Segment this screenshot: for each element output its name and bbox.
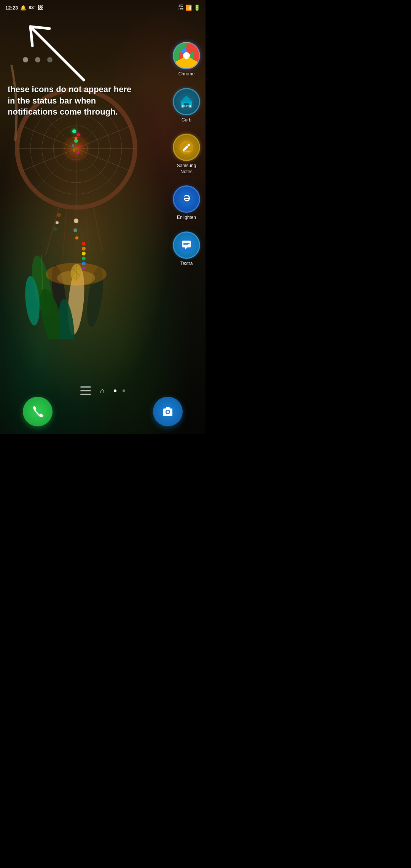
textra-icon (173, 231, 200, 259)
app-icons-column: Chrome CURB Curb SamsungNo (173, 42, 200, 267)
battery-icon: 🔋 (194, 5, 200, 11)
glow-dot-2 (77, 133, 80, 136)
curb-label: Curb (182, 117, 191, 123)
arrow-annotation (19, 15, 95, 91)
svg-point-18 (74, 139, 78, 143)
temperature-display: 83° (29, 5, 35, 10)
svg-point-73 (167, 411, 169, 413)
app-enlighten[interactable]: Ə Enlighten (173, 185, 200, 221)
svg-marker-61 (180, 96, 193, 102)
svg-point-22 (72, 144, 74, 147)
svg-point-43 (82, 247, 86, 251)
svg-line-23 (46, 207, 59, 255)
svg-line-24 (63, 207, 67, 259)
signal-icon: 📶 (185, 5, 192, 11)
chrome-icon (173, 42, 200, 69)
page-dot-1 (114, 389, 116, 392)
page-position-dots (23, 57, 53, 62)
bottom-dock (0, 397, 206, 426)
camera-button[interactable] (153, 397, 183, 426)
svg-point-20 (73, 149, 75, 152)
svg-point-32 (73, 228, 77, 232)
bottom-nav-bar: ⌂ (0, 385, 206, 396)
status-left: 12:23 🔔 83° 🖼 (5, 5, 43, 11)
app-curb[interactable]: CURB Curb (173, 88, 200, 123)
svg-point-19 (78, 145, 81, 148)
textra-label: Textra (180, 261, 193, 267)
enlighten-label: Enlighten (177, 215, 196, 221)
svg-point-21 (76, 151, 80, 154)
status-bar: 12:23 🔔 83° 🖼 4GLTE 📶 🔋 (0, 0, 206, 15)
chrome-label: Chrome (178, 71, 195, 77)
svg-point-44 (82, 252, 86, 255)
phone-button[interactable] (23, 397, 53, 426)
svg-point-30 (53, 227, 57, 231)
status-right: 4GLTE 📶 🔋 (178, 4, 200, 11)
nav-menu-button[interactable] (80, 386, 91, 395)
svg-point-33 (75, 236, 78, 239)
curb-icon: CURB (173, 88, 200, 115)
glow-dot-1 (72, 129, 76, 133)
app-chrome[interactable]: Chrome (173, 42, 200, 77)
svg-text:Ə: Ə (183, 194, 190, 203)
samsung-notes-icon (173, 134, 200, 161)
network-type-icon: 4GLTE (178, 4, 183, 11)
enlighten-icon: Ə (173, 185, 200, 213)
samsung-notes-label: SamsungNotes (177, 163, 196, 175)
svg-line-27 (93, 207, 103, 253)
svg-line-56 (30, 27, 32, 46)
time-display: 12:23 (5, 5, 18, 11)
glow-dot-3 (75, 137, 77, 139)
svg-line-54 (30, 27, 84, 80)
svg-line-55 (30, 27, 49, 29)
svg-point-29 (56, 221, 59, 224)
svg-text:CURB: CURB (182, 104, 191, 108)
svg-line-26 (86, 207, 89, 259)
svg-point-45 (82, 257, 86, 260)
silent-icon: 🔔 (20, 5, 26, 11)
nav-home-button[interactable]: ⌂ (97, 385, 108, 396)
page-dot-2 (123, 389, 125, 392)
gallery-icon: 🖼 (38, 5, 43, 11)
svg-point-31 (74, 219, 78, 223)
annotation-text: these icons do not appear here in the st… (8, 84, 137, 118)
svg-point-28 (57, 213, 61, 217)
svg-point-42 (82, 242, 86, 246)
app-textra[interactable]: Textra (173, 231, 200, 267)
app-samsung-notes[interactable]: SamsungNotes (173, 134, 200, 175)
